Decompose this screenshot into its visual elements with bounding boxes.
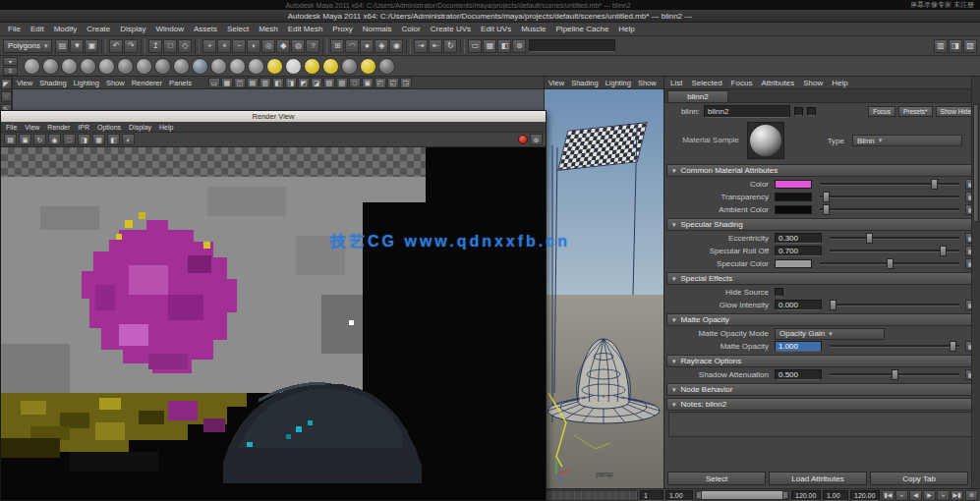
open-image-icon[interactable]: ▤ — [4, 134, 17, 145]
gate-mask-icon[interactable]: ▣ — [362, 78, 374, 88]
value-field[interactable]: 0.000 — [775, 300, 822, 310]
range-end-field[interactable] — [791, 490, 821, 501]
new-scene-icon[interactable]: ▤ — [55, 39, 69, 53]
panel-menu-item[interactable]: Lighting — [74, 79, 99, 87]
panel-menu-item[interactable]: Panels — [169, 79, 192, 87]
attribute-slider[interactable] — [830, 345, 959, 348]
rgb-channels-icon[interactable]: ▦ — [92, 134, 105, 145]
attribute-slider[interactable] — [820, 195, 959, 198]
toolbar-separator[interactable] — [406, 38, 411, 54]
shaded-mode-icon[interactable]: ◨ — [285, 78, 297, 88]
ae-focus-button[interactable]: Focus — [868, 106, 895, 117]
single-pane-icon[interactable]: ▭ — [208, 78, 220, 88]
toolbar-separator[interactable] — [322, 38, 327, 54]
panel-menu-item[interactable]: Shading — [571, 79, 599, 87]
resolution-gate-icon[interactable]: □ — [349, 78, 361, 88]
persp-outliner-icon[interactable]: ◫ — [234, 78, 246, 88]
numeric-input-field[interactable] — [529, 39, 615, 52]
render-view-title-bar[interactable]: Render View — [1, 111, 546, 122]
menu-item[interactable]: Normals — [363, 25, 392, 33]
construction-history-icon[interactable]: ↻ — [443, 39, 457, 53]
panel-menu-item[interactable]: View — [17, 79, 32, 87]
material-type-dropdown[interactable]: Blinn — [852, 135, 962, 146]
film-gate-icon[interactable]: ▨ — [336, 78, 348, 88]
range-start-field[interactable] — [665, 490, 693, 501]
checkbox-a[interactable] — [794, 107, 803, 116]
snap-curve-icon[interactable]: ◠ — [345, 39, 359, 53]
menu-item[interactable]: Assets — [194, 25, 217, 33]
shelf-tab-switch-icon[interactable]: ▾ — [3, 57, 18, 66]
input-connections-icon[interactable]: ⇥ — [414, 39, 428, 53]
poly-cylinder-icon[interactable] — [61, 58, 78, 75]
ae-action-button[interactable]: Select — [667, 472, 766, 485]
menuset-dropdown[interactable]: Polygons — [3, 39, 52, 53]
redo-render-icon[interactable]: ↻ — [33, 134, 46, 145]
section-header-special-effects[interactable]: Special Effects — [666, 272, 978, 285]
ae-menu-item[interactable]: Help — [832, 79, 847, 87]
section-header-node-behavior[interactable]: Node Behavior — [666, 383, 978, 396]
checkbox-b[interactable] — [807, 107, 816, 116]
color-swatch[interactable] — [775, 193, 812, 201]
render-view-menu-item[interactable]: Render — [47, 124, 70, 131]
select-object-icon[interactable]: □ — [163, 39, 177, 53]
safe-action-icon[interactable]: ◱ — [387, 78, 399, 88]
slider-handle[interactable] — [823, 204, 830, 215]
snap-plane-icon[interactable]: ◈ — [375, 39, 388, 53]
play-forward-button[interactable]: ▶ — [923, 490, 936, 501]
panel-menu-item[interactable]: Show — [106, 79, 125, 87]
safe-title-icon[interactable]: ◲ — [400, 78, 412, 88]
menu-item[interactable]: Select — [227, 25, 249, 33]
snap-grid-icon[interactable]: ⊞ — [330, 39, 344, 53]
node-name-field[interactable] — [704, 105, 790, 118]
exposure-icon[interactable]: ◐ — [122, 134, 135, 145]
persp-viewport[interactable]: persp — [544, 89, 663, 488]
color-swatch[interactable] — [775, 259, 812, 268]
render-settings-gear-icon[interactable]: ⊛ — [530, 134, 543, 145]
shelf-tool-a-icon[interactable] — [266, 58, 283, 75]
alpha-channel-icon[interactable]: ◧ — [107, 134, 120, 145]
poly-prism-icon[interactable] — [136, 58, 152, 75]
slider-handle[interactable] — [823, 192, 830, 202]
panel-menu-item[interactable]: Show — [638, 79, 657, 87]
ae-menu-item[interactable]: Show — [803, 79, 823, 87]
go-to-start-button[interactable]: ▮◀ — [882, 490, 894, 501]
slider-handle[interactable] — [940, 246, 947, 256]
snapshot-icon[interactable]: ◨ — [78, 134, 90, 145]
range-slider-right-handle[interactable] — [782, 491, 788, 499]
menu-item[interactable]: Create — [86, 25, 110, 33]
ae-action-button[interactable]: Copy Tab — [870, 472, 968, 485]
show-attribute-editor-icon[interactable]: ▧ — [963, 39, 977, 53]
menu-item[interactable]: Proxy — [332, 25, 352, 33]
shelf-tool-e-icon[interactable] — [341, 58, 358, 75]
ae-menu-item[interactable]: Focus — [731, 79, 753, 87]
section-header-raytrace-options[interactable]: Raytrace Options — [666, 355, 978, 367]
play-backwards-button[interactable]: ◀ — [909, 490, 922, 501]
attribute-slider[interactable] — [820, 208, 959, 211]
persp-graph-icon[interactable]: ▥ — [259, 78, 271, 88]
panel-menu-item[interactable]: Shading — [39, 79, 67, 87]
render-view-menu-item[interactable]: Help — [159, 124, 173, 131]
panel-menu-item[interactable]: Lighting — [605, 79, 631, 87]
panel-menu-item[interactable]: Renderer — [132, 79, 162, 87]
render-current-frame-icon[interactable]: ▦ — [483, 39, 496, 53]
four-pane-icon[interactable]: ▦ — [221, 78, 233, 88]
next-key-button[interactable]: » — [937, 490, 950, 501]
shelf-menu-icon[interactable]: ≡ — [3, 67, 18, 76]
make-live-icon[interactable]: ◉ — [389, 39, 403, 53]
select-tool-icon[interactable]: ◤ — [1, 79, 12, 89]
ipr-render-icon[interactable]: ◉ — [48, 134, 61, 145]
animation-preferences-icon[interactable]: ⊛ — [965, 490, 978, 501]
value-field[interactable]: 0.300 — [775, 233, 822, 244]
previous-key-button[interactable]: « — [895, 490, 908, 501]
hypergraph-pane-icon[interactable]: ▤ — [247, 78, 259, 88]
lighting-mode-icon[interactable]: ◪ — [311, 78, 322, 88]
ae-show-hide-button[interactable]: Show Hide — [936, 106, 976, 117]
panel-menu-item[interactable]: View — [548, 79, 564, 87]
section-header-matte-opacity[interactable]: Matte Opacity — [666, 313, 978, 326]
undo-icon[interactable]: ↶ — [109, 39, 123, 53]
notes-field[interactable] — [668, 412, 976, 437]
attribute-slider[interactable] — [820, 262, 959, 265]
sculpt-tool-icon[interactable] — [248, 58, 264, 75]
redo-icon[interactable]: ↷ — [124, 39, 138, 53]
attribute-slider[interactable] — [830, 304, 959, 306]
